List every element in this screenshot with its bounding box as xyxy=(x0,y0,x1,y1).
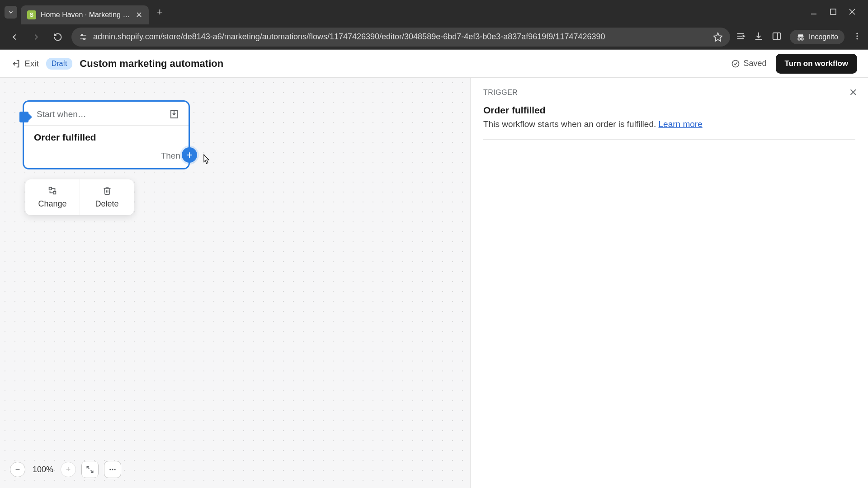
panel-title: Order fulfilled xyxy=(483,105,855,116)
main-area: Start when… Order fulfilled Then + Chang… xyxy=(0,78,868,488)
browser-tab[interactable]: S Home Haven · Marketing · Aut ✕ xyxy=(21,5,149,24)
browser-menu-icon[interactable] xyxy=(853,32,862,42)
delete-trigger-button[interactable]: Delete xyxy=(80,179,134,215)
change-trigger-button[interactable]: Change xyxy=(25,179,80,215)
minimize-button[interactable] xyxy=(810,9,817,16)
node-trigger-name: Order fulfilled xyxy=(24,126,189,151)
incognito-icon xyxy=(796,33,805,42)
reload-button[interactable] xyxy=(50,29,66,45)
change-label: Change xyxy=(38,199,66,209)
svg-point-31 xyxy=(114,469,116,470)
node-then-label: Then xyxy=(161,151,180,160)
learn-more-link[interactable]: Learn more xyxy=(659,119,703,129)
svg-point-7 xyxy=(84,38,85,39)
media-control-icon[interactable] xyxy=(736,31,745,43)
url-field[interactable]: admin.shopify.com/store/de8143-a6/market… xyxy=(71,28,730,47)
svg-point-20 xyxy=(856,35,858,37)
forward-button[interactable] xyxy=(28,29,44,45)
svg-point-23 xyxy=(732,60,739,67)
import-icon[interactable] xyxy=(168,108,180,121)
add-step-button[interactable]: + xyxy=(182,147,197,163)
close-window-button[interactable] xyxy=(849,9,855,16)
saved-indicator: Saved xyxy=(731,59,767,68)
svg-rect-14 xyxy=(773,33,781,39)
new-tab-button[interactable]: + xyxy=(152,6,167,18)
svg-rect-1 xyxy=(830,9,836,14)
svg-point-29 xyxy=(109,469,111,470)
workflow-canvas[interactable]: Start when… Order fulfilled Then + Chang… xyxy=(0,78,470,488)
saved-label: Saved xyxy=(744,59,767,68)
zoom-out-button[interactable]: − xyxy=(10,462,25,477)
tab-title: Home Haven · Marketing · Aut xyxy=(41,11,131,19)
zoom-level-label: 100% xyxy=(31,465,55,474)
incognito-indicator[interactable]: Incognito xyxy=(790,30,844,44)
svg-marker-12 xyxy=(743,35,745,37)
window-controls xyxy=(810,9,863,16)
delete-label: Delete xyxy=(95,199,118,209)
tab-close-icon[interactable]: ✕ xyxy=(136,10,142,20)
panel-description: This workflow starts when an order is fu… xyxy=(483,119,855,129)
exit-label: Exit xyxy=(24,59,39,69)
panel-divider xyxy=(483,139,855,140)
svg-point-17 xyxy=(801,38,803,40)
change-icon xyxy=(47,186,57,196)
more-canvas-options-button[interactable] xyxy=(104,461,121,478)
turn-on-workflow-button[interactable]: Turn on workflow xyxy=(776,54,857,74)
bookmark-star-icon[interactable] xyxy=(713,32,723,42)
trash-icon xyxy=(103,186,112,196)
trigger-node-notch xyxy=(19,112,28,122)
side-panel: ✕ TRIGGER Order fulfilled This workflow … xyxy=(470,78,868,488)
panel-heading: TRIGGER xyxy=(483,89,855,97)
saved-check-icon xyxy=(731,59,740,68)
panel-desc-text: This workflow starts when an order is fu… xyxy=(483,119,659,129)
exit-button[interactable]: Exit xyxy=(11,59,39,69)
panel-close-button[interactable]: ✕ xyxy=(849,87,857,99)
downloads-icon[interactable] xyxy=(754,31,764,43)
back-button[interactable] xyxy=(6,29,23,45)
node-toolbar: Change Delete xyxy=(25,179,134,215)
site-settings-icon[interactable] xyxy=(79,33,88,42)
browser-chrome: S Home Haven · Marketing · Aut ✕ + admin… xyxy=(0,0,868,50)
svg-point-6 xyxy=(81,34,83,36)
exit-icon xyxy=(11,59,21,69)
shopify-favicon: S xyxy=(27,10,36,19)
svg-point-30 xyxy=(112,469,113,470)
zoom-controls: − 100% + xyxy=(10,461,121,478)
svg-point-16 xyxy=(798,38,800,40)
url-text: admin.shopify.com/store/de8143-a6/market… xyxy=(93,32,708,42)
page-title: Custom marketing automation xyxy=(80,58,223,70)
svg-point-19 xyxy=(856,33,858,34)
address-bar: admin.shopify.com/store/de8143-a6/market… xyxy=(0,24,868,50)
svg-rect-26 xyxy=(53,192,56,194)
incognito-label: Incognito xyxy=(809,33,838,41)
node-start-label: Start when… xyxy=(37,109,86,119)
draft-badge: Draft xyxy=(46,58,73,70)
svg-point-21 xyxy=(856,38,858,39)
tab-search-button[interactable] xyxy=(5,6,17,19)
toolbar-right-icons: Incognito xyxy=(736,30,862,44)
fit-view-button[interactable] xyxy=(81,461,99,478)
trigger-node[interactable]: Start when… Order fulfilled Then + xyxy=(23,100,190,169)
app-header: Exit Draft Custom marketing automation S… xyxy=(0,50,868,78)
maximize-button[interactable] xyxy=(830,9,836,16)
cursor-pointer-icon xyxy=(201,154,211,164)
svg-marker-8 xyxy=(714,33,722,41)
side-panel-icon[interactable] xyxy=(772,31,782,43)
tab-strip: S Home Haven · Marketing · Aut ✕ + xyxy=(0,0,868,24)
svg-rect-25 xyxy=(49,188,52,190)
zoom-in-button[interactable]: + xyxy=(61,462,76,477)
